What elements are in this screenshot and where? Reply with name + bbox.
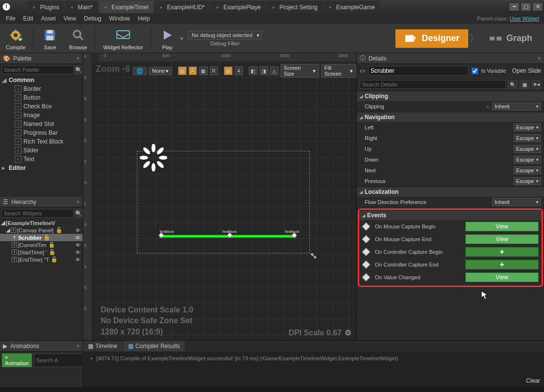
open-slide-button[interactable]: Open Slide (509, 67, 541, 74)
document-tab[interactable]: ▫ExampleGame (324, 1, 380, 13)
eye-icon[interactable]: 👁 (74, 242, 82, 248)
event-view-button[interactable]: View (465, 222, 539, 231)
event-view-button[interactable]: + (465, 260, 539, 269)
clipping-category[interactable]: Clipping (357, 91, 544, 101)
palette-item[interactable]: ▫Check Box (0, 102, 83, 111)
search-icon[interactable]: 🔍 (508, 80, 518, 89)
close-icon[interactable]: × (76, 343, 80, 350)
extra-3-button[interactable]: △ (270, 66, 279, 75)
dpi-settings-icon[interactable]: ⚙ (345, 328, 351, 337)
hierarchy-panel-tab[interactable]: ☰ Hierarchy × (0, 197, 83, 207)
locale-button[interactable]: 🌐 (133, 67, 147, 75)
palette-item[interactable]: ▫Border (0, 84, 83, 93)
lock-icon[interactable]: 🔓 (55, 227, 64, 233)
reset-icon[interactable]: ⎌ (486, 104, 489, 109)
extra-1-button[interactable]: ◧ (249, 66, 258, 75)
nav-dropdown[interactable]: Escape (514, 134, 541, 142)
hierarchy-item[interactable]: T [StartTime] '🔓👁 (0, 248, 83, 256)
is-variable-checkbox[interactable] (472, 68, 478, 74)
hierarchy-item[interactable]: T Scrubber🔓👁 (0, 234, 83, 241)
play-button[interactable]: Play (156, 26, 178, 51)
resize-handle-icon[interactable]: ⤡ (310, 250, 317, 261)
nav-dropdown[interactable]: Escape (514, 166, 541, 174)
document-tab[interactable]: ▫ExampleHUD* (154, 1, 210, 13)
hierarchy-search-input[interactable] (1, 209, 74, 218)
palette-search-input[interactable] (1, 65, 74, 74)
compile-button[interactable]: Compile (3, 26, 28, 51)
window-minimize-button[interactable]: ━ (509, 2, 520, 11)
menu-edit[interactable]: Edit (19, 14, 37, 23)
details-search-input[interactable] (360, 80, 506, 89)
document-tab[interactable]: ▫Main* (65, 1, 98, 13)
timeline-tab[interactable]: ▦Timeline (83, 341, 122, 351)
search-icon[interactable]: 🔍 (75, 209, 83, 218)
palette-item[interactable]: ▫Button (0, 93, 83, 102)
menu-file[interactable]: File (2, 14, 19, 23)
event-view-button[interactable]: + (465, 247, 539, 257)
nav-dropdown[interactable]: Escape (514, 124, 541, 131)
eye-icon[interactable]: 👁 (74, 235, 82, 241)
fill-screen-button[interactable]: Fill Screen ▾ (321, 64, 356, 78)
eye-icon[interactable]: 👁 (74, 227, 82, 233)
nav-dropdown[interactable]: Escape (514, 156, 541, 164)
menu-window[interactable]: Window (105, 14, 134, 23)
widget-name-input[interactable] (368, 66, 469, 76)
grid-button[interactable]: ▦ (224, 66, 233, 75)
menu-view[interactable]: View (60, 14, 80, 23)
toggle-a-button[interactable]: ▦ (178, 66, 187, 75)
palette-item[interactable]: ▫Slider (0, 146, 83, 155)
add-animation-button[interactable]: + Animation (2, 353, 32, 367)
hierarchy-item[interactable]: ◢ T [Canvas Panel]🔓👁 (0, 227, 83, 234)
lock-icon[interactable]: 🔓 (43, 234, 51, 241)
window-maximize-button[interactable]: ▢ (521, 2, 531, 11)
layout-none-button[interactable]: None ▾ (149, 67, 172, 75)
clear-button[interactable]: Clear (526, 377, 540, 384)
designer-viewport[interactable]: Zoom -6 🌐 None ▾ ▦ 🔒 ▦ R ▦ 4 ◧ ◨ △ S (91, 61, 356, 340)
localization-category[interactable]: Localization (357, 186, 544, 197)
screen-size-button[interactable]: Screen Size ▾ (281, 64, 319, 78)
grid-size-button[interactable]: 4 (235, 66, 243, 75)
animations-panel-tab[interactable]: ▶ Animations × (0, 341, 83, 351)
details-panel-tab[interactable]: ⓘ Details × (357, 53, 544, 64)
clipping-dropdown[interactable]: Inherit (492, 103, 541, 110)
ue-logo-icon[interactable] (0, 0, 13, 13)
palette-item[interactable]: ▫Named Slot (0, 120, 83, 128)
search-icon[interactable]: 🔍 (75, 65, 83, 74)
hierarchy-item[interactable]: T [EndTime] "T🔓👁 (0, 256, 83, 263)
close-icon[interactable]: × (76, 199, 80, 206)
events-category[interactable]: Events (359, 210, 542, 220)
menu-asset[interactable]: Asset (37, 14, 60, 23)
navigation-category[interactable]: Navigation (357, 112, 544, 122)
visibility-filter-button[interactable]: 👁▾ (531, 80, 541, 89)
window-close-button[interactable]: ✕ (532, 2, 543, 11)
designer-tab[interactable]: Designer (395, 29, 468, 48)
flow-direction-dropdown[interactable]: Inherit (492, 198, 541, 206)
close-icon[interactable]: × (538, 55, 541, 62)
document-tab[interactable]: ▫Project Setting (267, 1, 323, 13)
document-tab[interactable]: ▫Plugins (27, 1, 64, 13)
palette-item[interactable]: ▫Progress Bar (0, 128, 83, 137)
widget-reflector-button[interactable]: Widget Reflector (100, 26, 146, 51)
hierarchy-root[interactable]: ◢ [ExampleTimelineV (0, 219, 83, 227)
lock-icon[interactable]: 🔓 (50, 256, 59, 263)
close-icon[interactable]: × (76, 55, 80, 62)
menu-debug[interactable]: Debug (80, 14, 105, 23)
palette-item[interactable]: ▫Text (0, 155, 83, 164)
toggle-lock-button[interactable]: 🔒 (189, 66, 197, 75)
save-button[interactable]: Save (39, 26, 61, 51)
palette-panel-tab[interactable]: 🎨 Palette × (0, 53, 83, 64)
hierarchy-item[interactable]: T [CurrentTim🔓👁 (0, 241, 83, 248)
graph-tab[interactable]: Graph (480, 29, 541, 47)
eye-icon[interactable]: 👁 (74, 257, 82, 263)
debug-object-select[interactable]: No debug object selected (188, 31, 261, 40)
property-matrix-button[interactable]: ▦ (520, 80, 529, 89)
palette-item[interactable]: ▫Rich Text Block (0, 137, 83, 146)
browse-button[interactable]: Browse (66, 26, 90, 51)
scrubber-slider[interactable]: TextBlock TextBlock TextBlock (159, 235, 296, 238)
parent-class-link[interactable]: User Widget (509, 16, 539, 21)
document-tab[interactable]: ▫ExampleTimel (99, 1, 153, 13)
lock-icon[interactable]: 🔓 (48, 249, 57, 255)
lock-icon[interactable]: 🔓 (47, 242, 56, 248)
compiler-results-tab[interactable]: ▦Compiler Results (123, 341, 185, 351)
event-view-button[interactable]: View (465, 272, 539, 282)
